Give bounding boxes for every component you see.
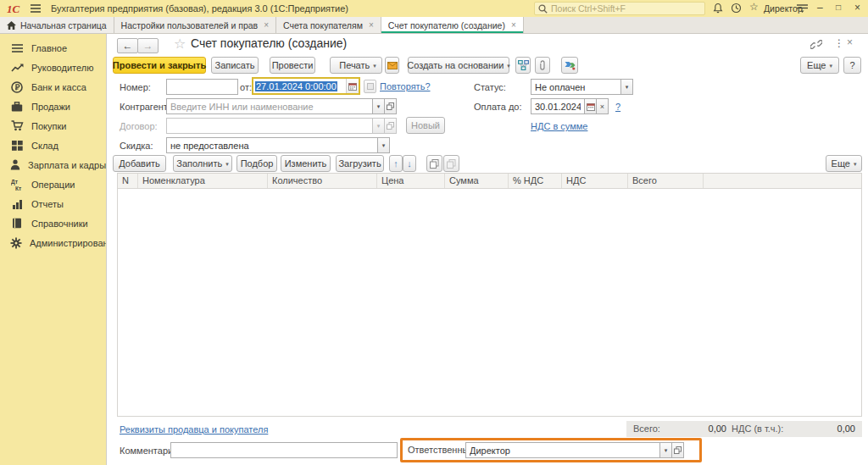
tab-close-icon[interactable]: × xyxy=(264,20,269,30)
responsible-input[interactable] xyxy=(465,442,660,458)
tab-customer-invoices[interactable]: Счета покупателям × xyxy=(276,17,381,33)
close-form-icon[interactable]: × xyxy=(847,36,853,48)
tab-user-settings[interactable]: Настройки пользователей и прав × xyxy=(114,17,276,33)
service-menu-icon[interactable] xyxy=(797,4,808,13)
pay-until-clear-icon[interactable]: × xyxy=(596,98,609,114)
forward-button[interactable]: → xyxy=(137,38,159,53)
sidebar-item-purchases[interactable]: Покупки xyxy=(0,116,106,136)
vat-in-sum-link[interactable]: НДС в сумме xyxy=(531,121,587,131)
sidebar-item-label: Банк и касса xyxy=(31,82,86,92)
print-button[interactable]: Печать▾ xyxy=(330,57,382,74)
search-input[interactable] xyxy=(551,3,695,14)
col-vat[interactable]: НДС xyxy=(561,174,627,188)
sidebar-item-operations[interactable]: ДтКт Операции xyxy=(0,174,106,194)
favorite-star-icon[interactable]: ☆ xyxy=(174,36,186,52)
col-quantity[interactable]: Количество xyxy=(267,174,376,188)
pay-until-help-link[interactable]: ? xyxy=(615,102,620,112)
col-total[interactable]: Всего xyxy=(627,174,703,188)
paste-rows-button[interactable] xyxy=(443,155,459,172)
move-down-button[interactable]: ↓ xyxy=(403,155,416,172)
tab-home[interactable]: Начальная страница xyxy=(0,17,114,33)
tab-close-icon[interactable]: × xyxy=(369,20,374,30)
contract-dropdown-icon[interactable]: ▾ xyxy=(372,118,385,134)
tab-invoice-creation[interactable]: Счет покупателю (создание) × xyxy=(381,17,524,33)
contract-label: Договор: xyxy=(120,121,158,131)
write-button[interactable]: Записать xyxy=(211,57,259,74)
contract-input[interactable] xyxy=(166,118,373,134)
attachments-button[interactable] xyxy=(535,57,550,74)
pay-until-input[interactable] xyxy=(531,98,585,114)
comment-input[interactable] xyxy=(170,442,398,458)
edit-button[interactable]: Изменить xyxy=(281,155,331,172)
sidebar-item-label: Операции xyxy=(31,180,75,190)
sidebar-item-reports[interactable]: Отчеты xyxy=(0,194,106,213)
minimize-button[interactable]: – xyxy=(817,2,823,14)
main-menu-icon[interactable] xyxy=(31,4,41,13)
responsible-dropdown-icon[interactable]: ▾ xyxy=(659,442,672,458)
favorites-star-icon[interactable]: ☆ xyxy=(749,1,759,13)
sidebar-item-payroll-hr[interactable]: Зарплата и кадры xyxy=(0,155,106,174)
sidebar-item-warehouse[interactable]: Склад xyxy=(0,136,106,155)
responsible-open-icon[interactable] xyxy=(671,442,684,458)
counterparty-dropdown-icon[interactable]: ▾ xyxy=(372,98,385,114)
items-more-button[interactable]: Еще▾ xyxy=(826,155,862,172)
help-button[interactable]: ? xyxy=(843,57,861,74)
contract-open-icon[interactable] xyxy=(384,118,397,134)
discount-select[interactable]: не предоставлена xyxy=(166,137,378,153)
add-row-button[interactable]: Добавить xyxy=(113,155,166,172)
number-input[interactable] xyxy=(166,79,238,95)
load-button[interactable]: Загрузить xyxy=(336,155,384,172)
tab-bar: Начальная страница Настройки пользовател… xyxy=(0,17,868,34)
status-dropdown-icon[interactable]: ▾ xyxy=(620,79,633,95)
sidebar-item-directories[interactable]: Справочники xyxy=(0,213,106,233)
tab-close-icon[interactable]: × xyxy=(511,20,516,30)
copy-rows-button[interactable] xyxy=(426,155,442,172)
global-search[interactable] xyxy=(534,2,705,15)
table-body-empty[interactable] xyxy=(118,189,861,416)
sidebar-item-bank-cash[interactable]: Банк и касса xyxy=(0,77,106,97)
business-process-button[interactable] xyxy=(561,57,578,74)
back-button[interactable]: ← xyxy=(117,38,138,53)
document-structure-button[interactable] xyxy=(515,57,531,74)
col-price[interactable]: Цена xyxy=(376,174,444,188)
envelope-icon xyxy=(387,62,398,69)
close-window-button[interactable]: × xyxy=(854,2,860,14)
pick-button[interactable]: Подбор xyxy=(236,155,277,172)
col-n[interactable]: N xyxy=(118,174,137,188)
schedule-button[interactable] xyxy=(364,80,376,93)
counterparty-open-icon[interactable] xyxy=(384,98,397,114)
sidebar-item-administration[interactable]: Администрирование xyxy=(0,233,106,252)
col-vat-percent[interactable]: % НДС xyxy=(508,174,561,188)
more-button[interactable]: Еще▾ xyxy=(800,57,839,74)
sidebar-item-manager[interactable]: Руководителю xyxy=(0,58,106,77)
status-select[interactable]: Не оплачен xyxy=(531,79,621,95)
notifications-bell-icon[interactable] xyxy=(713,3,723,14)
fill-button[interactable]: Заполнить▾ xyxy=(173,155,232,172)
create-based-on-button[interactable]: Создать на основании▾ xyxy=(408,57,509,74)
discount-dropdown-icon[interactable]: ▾ xyxy=(377,137,390,153)
post-button[interactable]: Провести xyxy=(270,57,315,74)
repeat-link[interactable]: Повторять? xyxy=(380,81,431,91)
date-input[interactable]: 27.01.2024 0:00:00 xyxy=(252,77,360,95)
copy-icon xyxy=(430,159,439,169)
history-icon[interactable] xyxy=(731,3,742,14)
pay-until-calendar-icon[interactable] xyxy=(584,98,597,114)
menu-lines-icon xyxy=(10,44,24,53)
more-menu-icon[interactable]: ⋮ xyxy=(834,37,844,49)
invoice-form: ← → ☆ Счет покупателю (создание) ⋮ × Про… xyxy=(106,34,868,465)
new-contract-button[interactable]: Новый xyxy=(406,117,445,134)
maximize-button[interactable]: □ xyxy=(836,3,841,12)
col-nomenclature[interactable]: Номенклатура xyxy=(137,174,267,188)
number-label: Номер: xyxy=(120,82,151,92)
calendar-icon[interactable] xyxy=(346,79,359,93)
move-up-button[interactable]: ↑ xyxy=(389,155,403,172)
sidebar-item-main[interactable]: Главное xyxy=(0,38,106,58)
tab-label: Счет покупателю (создание) xyxy=(388,20,505,30)
post-and-close-button[interactable]: Провести и закрыть xyxy=(113,57,206,74)
sidebar-item-sales[interactable]: Продажи xyxy=(0,97,106,116)
counterparty-input[interactable] xyxy=(166,98,373,114)
col-sum[interactable]: Сумма xyxy=(444,174,508,188)
get-link-icon[interactable] xyxy=(810,40,822,49)
seller-buyer-details-link[interactable]: Реквизиты продавца и покупателя xyxy=(120,424,268,435)
email-button[interactable] xyxy=(385,57,399,74)
